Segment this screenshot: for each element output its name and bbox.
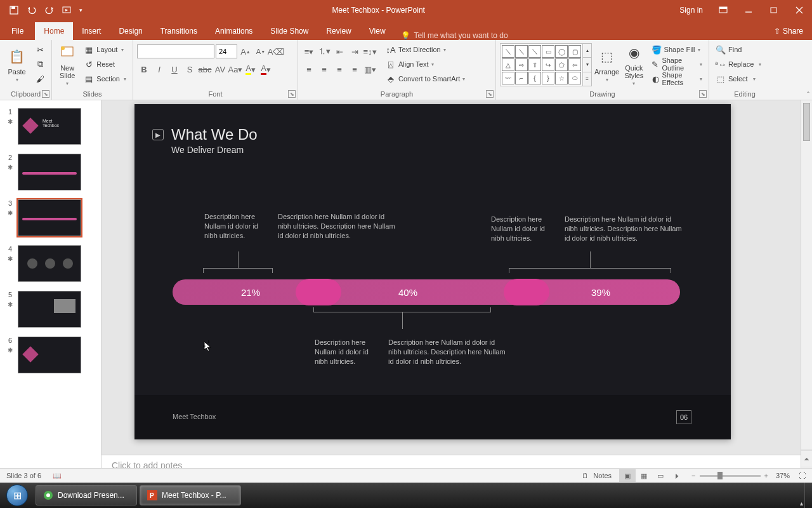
char-spacing-button[interactable]: AV bbox=[213, 62, 227, 76]
drawing-dialog-launcher[interactable]: ⬊ bbox=[699, 90, 707, 98]
undo-icon[interactable] bbox=[23, 1, 41, 19]
reading-view-icon[interactable]: ▭ bbox=[652, 469, 669, 482]
thumb-5[interactable]: 5✱ bbox=[0, 288, 101, 334]
fit-to-window-icon[interactable]: ⛶ bbox=[799, 472, 806, 479]
thumb-2[interactable]: 2✱ bbox=[0, 151, 101, 197]
section-button[interactable]: ▤Section▾ bbox=[81, 72, 129, 86]
slide-canvas[interactable]: ▶ What We Do We Deliver Dream Descriptio… bbox=[134, 104, 731, 439]
taskbar-item-powerpoint[interactable]: P Meet Techbox - P... bbox=[140, 485, 241, 505]
shapes-gallery[interactable]: ＼ ＼ ＼ ▭ ◯ ▢ △ ⇨ ⇧ ↪ ⬠ ⇦ 〰 ⌐ { } ☆ bbox=[500, 43, 583, 86]
gallery-up-icon[interactable]: ▴ bbox=[583, 44, 591, 57]
font-size-input[interactable] bbox=[216, 44, 237, 58]
bold-button[interactable]: B bbox=[137, 62, 151, 76]
tab-review[interactable]: Review bbox=[317, 22, 360, 40]
start-from-beginning-icon[interactable] bbox=[58, 1, 76, 19]
shape-arrow-l-icon[interactable]: ⇦ bbox=[568, 58, 581, 71]
zoom-in-icon[interactable]: + bbox=[764, 472, 768, 479]
thumb-4[interactable]: 4✱ bbox=[0, 243, 101, 288]
font-color-button[interactable]: A▾ bbox=[259, 62, 273, 76]
font-name-input[interactable] bbox=[137, 44, 214, 58]
cut-button[interactable]: ✂ bbox=[32, 43, 48, 57]
select-button[interactable]: ⬚Select▾ bbox=[713, 72, 764, 86]
paste-button[interactable]: 📋 Paste ▾ bbox=[4, 42, 30, 86]
quick-styles-button[interactable]: ◉ Quick Styles ▾ bbox=[622, 42, 646, 86]
shape-turn-icon[interactable]: ↪ bbox=[542, 58, 554, 71]
zoom-handle[interactable] bbox=[717, 472, 723, 479]
shape-star-icon[interactable]: ☆ bbox=[555, 72, 568, 84]
signin-link[interactable]: Sign in bbox=[672, 6, 710, 15]
shape-brace-l-icon[interactable]: { bbox=[528, 72, 541, 84]
tab-slideshow[interactable]: Slide Show bbox=[261, 22, 317, 40]
tab-animations[interactable]: Animations bbox=[206, 22, 261, 40]
shrink-font-button[interactable]: A▼ bbox=[254, 44, 268, 58]
shape-outline-button[interactable]: ✎Shape Outline▾ bbox=[649, 58, 705, 71]
align-text-button[interactable]: ⍓Align Text▾ bbox=[383, 58, 468, 71]
prev-slide-icon[interactable]: ⏶ bbox=[801, 450, 812, 467]
align-right-button[interactable]: ≡ bbox=[332, 62, 346, 76]
copy-button[interactable]: ⧉ bbox=[32, 58, 48, 71]
shape-conn-icon[interactable]: ⌐ bbox=[515, 72, 528, 84]
clear-formatting-button[interactable]: A⌫ bbox=[269, 44, 283, 58]
share-button[interactable]: ⇧ Share bbox=[765, 22, 812, 40]
find-button[interactable]: 🔍Find bbox=[713, 43, 764, 57]
sorter-view-icon[interactable]: ▦ bbox=[636, 469, 652, 482]
spellcheck-icon[interactable]: 📖 bbox=[53, 472, 62, 480]
slide-thumbnail-pane[interactable]: 1✱MeetTechbox 2✱ 3✱ 4✱ 5✱ 6✱ bbox=[0, 100, 102, 483]
shape-arrow-r-icon[interactable]: ⇨ bbox=[515, 58, 528, 71]
minimize-icon[interactable] bbox=[736, 1, 761, 20]
shape-brace-r-icon[interactable]: } bbox=[542, 72, 554, 84]
thumb-1[interactable]: 1✱MeetTechbox bbox=[0, 105, 101, 151]
maximize-icon[interactable] bbox=[761, 1, 787, 20]
tab-insert[interactable]: Insert bbox=[73, 22, 110, 40]
justify-button[interactable]: ≡ bbox=[348, 62, 362, 76]
font-dialog-launcher[interactable]: ⬊ bbox=[288, 90, 296, 98]
shape-arrow-u-icon[interactable]: ⇧ bbox=[528, 58, 541, 71]
close-icon[interactable] bbox=[787, 1, 812, 20]
tab-design[interactable]: Design bbox=[110, 22, 151, 40]
shape-line3-icon[interactable]: ＼ bbox=[528, 45, 541, 58]
decrease-indent-button[interactable]: ⇤ bbox=[332, 44, 346, 58]
convert-smartart-button[interactable]: ⬘Convert to SmartArt▾ bbox=[383, 72, 468, 86]
shape-pentagon-icon[interactable]: ⬠ bbox=[555, 58, 568, 71]
thumb-3[interactable]: 3✱ bbox=[0, 197, 101, 243]
strikethrough-button[interactable]: abc bbox=[198, 62, 212, 76]
font-highlight-button[interactable]: A▾ bbox=[244, 62, 258, 76]
slide-edit-area[interactable]: ▶ What We Do We Deliver Dream Descriptio… bbox=[102, 100, 812, 483]
tab-view[interactable]: View bbox=[360, 22, 395, 40]
gallery-more-icon[interactable]: ≡ bbox=[583, 72, 591, 86]
start-button[interactable]: ⊞ bbox=[0, 483, 34, 508]
line-spacing-button[interactable]: ≡↕▾ bbox=[363, 44, 377, 58]
gallery-down-icon[interactable]: ▾ bbox=[583, 57, 591, 71]
tab-transitions[interactable]: Transitions bbox=[152, 22, 206, 40]
numbering-button[interactable]: ⒈▾ bbox=[317, 44, 331, 58]
align-left-button[interactable]: ≡ bbox=[302, 62, 316, 76]
tellme-search[interactable]: 💡 Tell me what you want to do bbox=[395, 31, 508, 40]
tab-file[interactable]: File bbox=[0, 22, 35, 40]
paragraph-dialog-launcher[interactable]: ⬊ bbox=[486, 90, 494, 98]
redo-icon[interactable] bbox=[41, 1, 58, 19]
notes-toggle[interactable]: 🗒 bbox=[577, 469, 593, 482]
thumb-6[interactable]: 6✱ bbox=[0, 334, 101, 380]
shape-fill-button[interactable]: 🪣Shape Fill▾ bbox=[649, 43, 705, 57]
save-icon[interactable] bbox=[5, 1, 23, 19]
shape-rect-icon[interactable]: ▭ bbox=[542, 45, 554, 58]
zoom-slider[interactable] bbox=[700, 475, 761, 477]
zoom-out-icon[interactable]: − bbox=[691, 472, 695, 479]
tab-home[interactable]: Home bbox=[35, 22, 73, 40]
collapse-ribbon-icon[interactable]: ˆ bbox=[807, 91, 809, 98]
underline-button[interactable]: U bbox=[167, 62, 181, 76]
show-desktop-button[interactable] bbox=[804, 483, 812, 508]
new-slide-button[interactable]: New Slide ▾ bbox=[56, 42, 79, 86]
vertical-scrollbar[interactable]: ▴ ⏶ ⏷ bbox=[801, 100, 812, 483]
arrange-button[interactable]: ⬚ Arrange ▾ bbox=[594, 42, 619, 86]
shape-curve-icon[interactable]: 〰 bbox=[502, 72, 514, 84]
shadow-button[interactable]: S bbox=[183, 62, 197, 76]
reset-button[interactable]: ↺Reset bbox=[81, 58, 129, 71]
shape-effects-button[interactable]: ◐Shape Effects▾ bbox=[649, 72, 705, 86]
grow-font-button[interactable]: A▲ bbox=[239, 44, 252, 58]
shape-callout-icon[interactable]: ⬭ bbox=[568, 72, 581, 84]
shape-line-icon[interactable]: ＼ bbox=[502, 45, 514, 58]
format-painter-button[interactable]: 🖌 bbox=[32, 72, 48, 86]
align-center-button[interactable]: ≡ bbox=[317, 62, 331, 76]
notes-label[interactable]: Notes bbox=[593, 472, 612, 479]
